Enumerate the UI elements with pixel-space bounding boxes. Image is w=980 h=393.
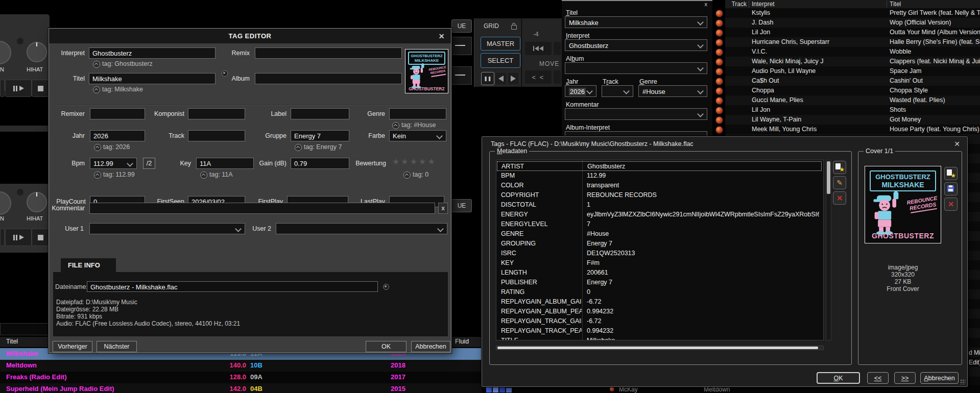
close-icon[interactable]: x bbox=[705, 1, 708, 7]
metadata-row[interactable]: REPLAYGAIN_ALBUM_GAIN-6.72 bbox=[497, 297, 822, 307]
add-cover-button[interactable]: ★ bbox=[944, 167, 958, 180]
metadata-row[interactable]: DISCTOTAL1 bbox=[497, 200, 822, 210]
column-header-interpret[interactable]: Interpret bbox=[752, 1, 775, 8]
playlist-row[interactable]: Freaks (Radio Edit)128.009A2017 bbox=[0, 372, 482, 383]
delete-tag-button[interactable]: ✕ bbox=[833, 191, 846, 205]
nudge-left-button[interactable] bbox=[495, 72, 507, 85]
dateiname-input[interactable]: Ghostbusterz - Milkshake.flac bbox=[87, 281, 378, 292]
interpret-input[interactable]: Ghostbusterz bbox=[89, 47, 216, 59]
cue-button-fragment[interactable]: UE bbox=[451, 19, 472, 33]
sampler-button-partial[interactable] bbox=[0, 229, 5, 246]
track-row[interactable]: Ca$h OutCashin' Out bbox=[725, 76, 980, 86]
master-button[interactable]: MASTER bbox=[481, 37, 520, 51]
apply-tag-icon[interactable] bbox=[403, 171, 411, 179]
fader[interactable] bbox=[451, 37, 472, 55]
sampler-button-partial[interactable] bbox=[0, 80, 5, 97]
genre-combobox[interactable]: #House bbox=[638, 85, 707, 97]
metadata-row[interactable]: COLORtransparent bbox=[497, 181, 822, 190]
bpm-combobox[interactable]: 112.99 bbox=[90, 158, 137, 169]
save-cover-button[interactable] bbox=[944, 182, 958, 195]
lock-icon[interactable] bbox=[511, 25, 517, 30]
move-left-button[interactable]: < < bbox=[525, 70, 552, 84]
jahr-combobox[interactable]: 2026 bbox=[565, 85, 596, 97]
fader-handle[interactable] bbox=[455, 45, 465, 46]
metadata-row[interactable]: ENERGYLEVEL7 bbox=[497, 219, 822, 229]
column-header-titel[interactable]: Titel bbox=[890, 1, 901, 8]
album-input[interactable] bbox=[255, 73, 402, 84]
close-icon[interactable]: ✕ bbox=[439, 32, 445, 40]
rating-stars[interactable]: ★★★★★ bbox=[392, 157, 437, 166]
playlist-row[interactable]: Meltdown140.010B2018 bbox=[0, 360, 482, 372]
komponist-input[interactable] bbox=[188, 108, 245, 119]
metadata-row[interactable]: REPLAYGAIN_TRACK_PEAK0.994232 bbox=[497, 326, 822, 336]
track-row[interactable]: Lil JonShots bbox=[725, 105, 980, 115]
column-separator[interactable] bbox=[887, 1, 887, 8]
next-button[interactable]: Nächster bbox=[97, 341, 137, 352]
apply-tag-icon[interactable] bbox=[93, 61, 100, 68]
track-row[interactable]: Wale, Nicki Minaj, Juicy JClappers (feat… bbox=[725, 57, 980, 66]
stop-button[interactable] bbox=[32, 80, 50, 97]
remix-input[interactable] bbox=[255, 47, 402, 59]
track-combobox[interactable] bbox=[602, 85, 633, 97]
track-row[interactable]: V.I.C.Wobble bbox=[725, 47, 980, 57]
filename-radio[interactable] bbox=[383, 284, 389, 290]
interpret-combobox[interactable]: Ghostbusterz bbox=[565, 39, 707, 51]
skip-back-button[interactable] bbox=[525, 42, 552, 55]
kommentar-input[interactable] bbox=[89, 203, 435, 214]
user1-combobox[interactable] bbox=[89, 223, 245, 234]
resize-grip[interactable] bbox=[960, 379, 965, 384]
track-input[interactable] bbox=[188, 130, 245, 141]
track-row[interactable]: ChoppaChoppa Style bbox=[725, 86, 980, 95]
jahr-input[interactable]: 2026 bbox=[90, 130, 145, 141]
metadata-row[interactable]: TITLEMilkshake bbox=[497, 336, 822, 340]
fader[interactable] bbox=[451, 66, 472, 85]
apply-tag-icon[interactable] bbox=[392, 122, 399, 129]
add-tag-button[interactable]: ★ bbox=[833, 161, 846, 174]
column-separator[interactable] bbox=[749, 1, 749, 8]
track-row[interactable]: Audio Push, Lil WayneSpace Jam bbox=[725, 66, 980, 76]
edit-tag-button[interactable]: ✎ bbox=[833, 176, 846, 189]
farbe-combobox[interactable]: Kein bbox=[389, 130, 446, 141]
delete-cover-button[interactable]: ✕ bbox=[944, 198, 958, 211]
kommentar-combobox[interactable] bbox=[565, 108, 707, 120]
metadata-row[interactable]: RATING0 bbox=[497, 287, 822, 297]
playlist-column-fluid[interactable]: Fluid bbox=[455, 338, 469, 345]
pause-play-button[interactable] bbox=[5, 80, 32, 97]
kommentar-clear-button[interactable]: x bbox=[438, 203, 448, 214]
track-row[interactable]: Meek Mill, Young ChrisHouse Party (feat.… bbox=[725, 125, 980, 134]
metadata-row[interactable]: REPLAYGAIN_TRACK_GAIN-6.72 bbox=[497, 316, 822, 326]
cancel-button[interactable]: Abbrechen bbox=[411, 341, 450, 352]
metadata-row[interactable]: ISRCDE1QW2520313 bbox=[497, 249, 822, 258]
sampler-knob[interactable] bbox=[0, 191, 11, 215]
playlist-row[interactable]: Superheld (Mein Jump Radio Edit)142.004B… bbox=[0, 383, 482, 393]
genre-input[interactable] bbox=[389, 108, 446, 119]
track-row[interactable]: Hurricane Chris, SuperstarrHalle Berry (… bbox=[725, 37, 980, 47]
cue-button-fragment[interactable]: UE bbox=[451, 199, 472, 212]
metadata-row[interactable]: BPM112.99 bbox=[497, 171, 822, 181]
apply-tag-icon[interactable] bbox=[295, 144, 302, 151]
scrollbar-thumb[interactable] bbox=[497, 347, 818, 349]
metadata-row[interactable]: LENGTH200661 bbox=[497, 268, 822, 278]
track-row[interactable]: Gucci Mane, PliesWasted (feat. Plies) bbox=[725, 95, 980, 105]
previous-button[interactable]: Vorheriger bbox=[53, 341, 92, 352]
select-button[interactable]: SELECT bbox=[481, 53, 520, 68]
titel-input[interactable]: Milkshake bbox=[89, 73, 216, 84]
tag-editor-titlebar[interactable]: TAG EDITOR ✕ bbox=[49, 29, 451, 43]
horizontal-scrollbar[interactable] bbox=[496, 346, 824, 350]
cover-art-thumbnail[interactable]: GHOSTBUSTERZMILKSHAKE REBOUNCERECORDS bbox=[405, 49, 448, 93]
stop-button[interactable] bbox=[32, 229, 50, 246]
label-input[interactable] bbox=[291, 108, 349, 119]
track-row[interactable]: KstylisPretty Girl Twerk (feat. Nelly & … bbox=[725, 8, 980, 18]
cancel-button[interactable]: Abbrechen bbox=[920, 372, 959, 384]
apply-tag-icon[interactable] bbox=[94, 171, 101, 179]
metadata-row[interactable]: ENERGYeyJlbmVyZ3lMZXZlbCI6Nywic291cmNlIj… bbox=[497, 210, 822, 219]
apply-tag-icon[interactable] bbox=[93, 86, 100, 93]
metadata-row[interactable]: GENRE#House bbox=[497, 229, 822, 239]
metadata-row[interactable]: COPYRIGHTREBOUNCE RECORDS bbox=[497, 190, 822, 200]
metadata-row[interactable]: ARTISTGhostbusterz bbox=[497, 161, 822, 171]
key-input[interactable]: 11A bbox=[196, 158, 254, 169]
track-row[interactable]: J. DashWop (Official Version) bbox=[725, 18, 980, 28]
hihat-knob[interactable] bbox=[27, 42, 47, 62]
previous-cover-button[interactable]: << bbox=[867, 372, 889, 384]
playlist-column-titel[interactable]: Titel bbox=[6, 338, 18, 345]
